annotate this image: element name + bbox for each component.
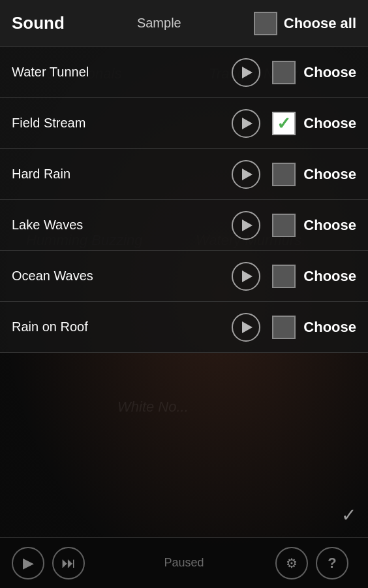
play-button-rain-on-roof[interactable] (232, 313, 260, 342)
play-icon-rain-on-roof (242, 321, 253, 333)
checkbox-lake-waves[interactable] (272, 214, 296, 237)
play-icon-field-stream (242, 118, 253, 129)
gear-icon: ⚙ (286, 555, 298, 571)
checkbox-ocean-waves[interactable] (272, 265, 296, 288)
bg-text-white: White No... (117, 399, 189, 416)
play-icon-ocean-waves (242, 270, 253, 282)
sound-name-water-tunnel: Water Tunnel (12, 65, 232, 80)
skip-button[interactable]: ⏭ (52, 547, 85, 580)
play-button-ocean-waves[interactable] (232, 262, 260, 291)
sound-name-ocean-waves: Ocean Waves (12, 269, 232, 284)
choose-all-group: Choose all (254, 12, 356, 35)
paused-label: Paused (93, 556, 275, 570)
choose-label-rain-on-roof[interactable]: Choose (303, 319, 356, 336)
sound-row-hard-rain: Hard Rain Choose (0, 149, 368, 200)
row-right-ocean-waves: Choose (272, 265, 356, 288)
play-button-lake-waves[interactable] (232, 211, 260, 240)
play-button-field-stream[interactable] (232, 109, 260, 138)
sample-label: Sample (65, 16, 254, 31)
choose-all-checkbox[interactable] (254, 12, 277, 35)
sound-name-hard-rain: Hard Rain (12, 167, 232, 182)
play-icon-lake-waves (242, 220, 253, 231)
sound-name-rain-on-roof: Rain on Roof (12, 319, 232, 335)
checkbox-field-stream[interactable]: ✓ (272, 112, 296, 135)
row-right-rain-on-roof: Choose (272, 316, 356, 339)
play-icon-hard-rain (242, 169, 253, 180)
choose-label-hard-rain[interactable]: Choose (303, 166, 356, 183)
row-right-hard-rain: Choose (272, 163, 356, 186)
question-icon: ? (328, 555, 336, 572)
bottom-bar: ▶ ⏭ Paused ⚙ ? (0, 537, 368, 588)
sound-row-lake-waves: Lake Waves Choose (0, 200, 368, 251)
settings-button[interactable]: ⚙ (275, 547, 308, 580)
header: Sound Sample Choose all (0, 0, 368, 47)
sound-title: Sound (12, 13, 65, 33)
play-icon-water-tunnel (242, 67, 253, 78)
row-right-field-stream: ✓ Choose (272, 112, 356, 135)
choose-label-water-tunnel[interactable]: Choose (303, 64, 356, 81)
sound-row-rain-on-roof: Rain on Roof Choose (0, 302, 368, 353)
bottom-checkmark: ✓ (341, 504, 356, 526)
skip-icon: ⏭ (61, 555, 76, 572)
sound-name-lake-waves: Lake Waves (12, 218, 232, 233)
sound-row-field-stream: Field Stream ✓ Choose (0, 98, 368, 149)
sound-row-ocean-waves: Ocean Waves Choose (0, 251, 368, 302)
choose-label-ocean-waves[interactable]: Choose (303, 268, 356, 285)
row-right-water-tunnel: Choose (272, 61, 356, 84)
play-button-hard-rain[interactable] (232, 160, 260, 189)
play-pause-icon: ▶ (23, 555, 34, 572)
checkbox-rain-on-roof[interactable] (272, 316, 296, 339)
checkmark-field-stream: ✓ (277, 115, 291, 132)
row-right-lake-waves: Choose (272, 214, 356, 237)
checkbox-water-tunnel[interactable] (272, 61, 296, 84)
sound-list: Water Tunnel Choose Field Stream ✓ Choos… (0, 47, 368, 353)
choose-all-label: Choose all (284, 15, 356, 32)
sound-row-water-tunnel: Water Tunnel Choose (0, 47, 368, 98)
choose-label-field-stream[interactable]: Choose (303, 115, 356, 132)
choose-label-lake-waves[interactable]: Choose (303, 217, 356, 234)
play-button-water-tunnel[interactable] (232, 58, 260, 87)
help-button[interactable]: ? (316, 547, 348, 580)
sound-name-field-stream: Field Stream (12, 116, 232, 131)
checkbox-hard-rain[interactable] (272, 163, 296, 186)
play-pause-button[interactable]: ▶ (12, 547, 44, 580)
